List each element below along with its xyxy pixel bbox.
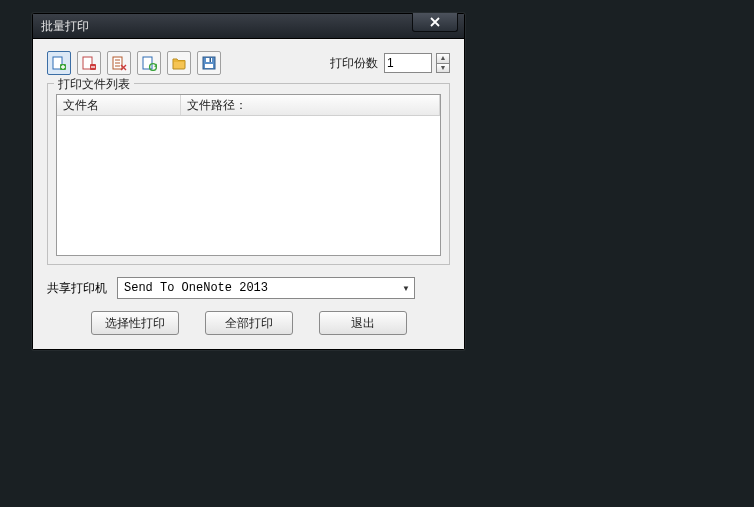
print-all-button[interactable]: 全部打印 <box>205 311 293 335</box>
toolbar-btn-refresh[interactable] <box>137 51 161 75</box>
toolbar-btn-remove-doc[interactable] <box>77 51 101 75</box>
svg-rect-9 <box>206 58 212 62</box>
svg-rect-10 <box>210 58 212 62</box>
toolbar-btn-save[interactable] <box>197 51 221 75</box>
toolbar-btn-add-doc[interactable] <box>47 51 71 75</box>
printer-row: 共享打印机 Send To OneNote 2013 ▼ <box>47 277 450 299</box>
file-list-group: 打印文件列表 文件名 文件路径： <box>47 83 450 265</box>
toolbar <box>47 51 221 75</box>
copies-spin-down[interactable]: ▼ <box>436 63 450 74</box>
toolbar-btn-open-folder[interactable] <box>167 51 191 75</box>
folder-icon <box>171 55 187 71</box>
printer-selected: Send To OneNote 2013 <box>118 281 398 295</box>
printer-label: 共享打印机 <box>47 280 107 297</box>
remove-doc-icon <box>81 55 97 71</box>
dialog-title: 批量打印 <box>41 18 89 35</box>
batch-print-dialog: 批量打印 <box>32 13 465 350</box>
printer-combo[interactable]: Send To OneNote 2013 ▼ <box>117 277 415 299</box>
selective-print-button[interactable]: 选择性打印 <box>91 311 179 335</box>
exit-button[interactable]: 退出 <box>319 311 407 335</box>
close-button[interactable] <box>412 13 458 32</box>
col-filename[interactable]: 文件名 <box>57 95 181 115</box>
refresh-icon <box>141 55 157 71</box>
copies-spinner: ▲ ▼ <box>436 53 450 73</box>
close-icon <box>430 17 440 27</box>
top-row: 打印份数 ▲ ▼ <box>47 51 450 75</box>
copies-control: 打印份数 ▲ ▼ <box>330 53 450 73</box>
col-filepath[interactable]: 文件路径： <box>181 95 440 115</box>
save-icon <box>201 55 217 71</box>
clear-icon <box>111 55 127 71</box>
titlebar[interactable]: 批量打印 <box>33 14 464 39</box>
copies-numbox: ▲ ▼ <box>384 53 450 73</box>
toolbar-btn-clear[interactable] <box>107 51 131 75</box>
list-header: 文件名 文件路径： <box>57 95 440 116</box>
copies-spin-up[interactable]: ▲ <box>436 53 450 63</box>
file-list-group-title: 打印文件列表 <box>54 76 134 93</box>
copies-input[interactable] <box>384 53 432 73</box>
svg-rect-5 <box>143 57 152 69</box>
add-doc-icon <box>51 55 67 71</box>
svg-rect-8 <box>205 64 213 68</box>
dialog-body: 打印份数 ▲ ▼ 打印文件列表 文件名 文件路径： <box>33 39 464 349</box>
copies-label: 打印份数 <box>330 55 378 72</box>
file-listview[interactable]: 文件名 文件路径： <box>56 94 441 256</box>
list-body[interactable] <box>57 116 440 255</box>
chevron-down-icon: ▼ <box>398 278 414 298</box>
button-row: 选择性打印 全部打印 退出 <box>47 311 450 335</box>
